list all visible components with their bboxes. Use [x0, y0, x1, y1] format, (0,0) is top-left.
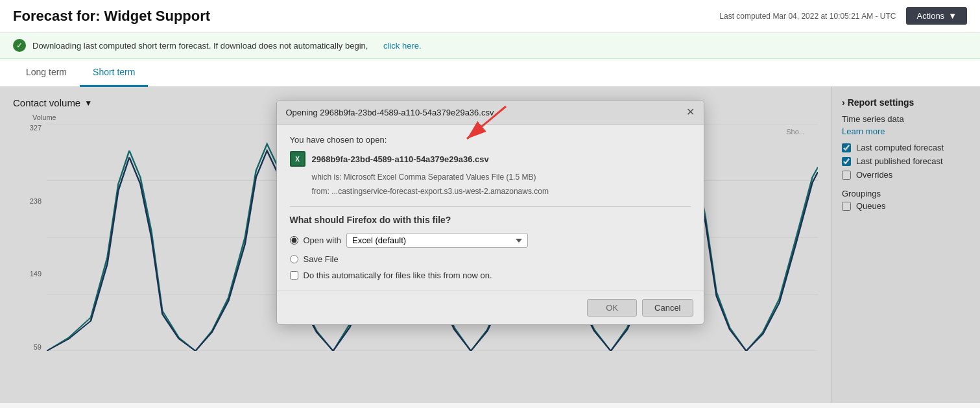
auto-checkbox[interactable]	[290, 271, 298, 280]
open-with-label: Open with	[304, 235, 342, 245]
modal-title: Opening 2968b9fa-23bd-4589-a110-54a379e2…	[286, 108, 494, 117]
tab-long-term[interactable]: Long term	[13, 59, 80, 87]
success-icon: ✓	[13, 39, 26, 52]
modal-divider	[290, 206, 691, 207]
chevron-down-icon: ▼	[948, 11, 957, 21]
last-computed-label: Last computed Mar 04, 2022 at 10:05:21 A…	[719, 12, 896, 21]
save-file-radio[interactable]	[290, 255, 298, 263]
modal-overlay: Opening 2968b9fa-23bd-4589-a110-54a379e2…	[0, 87, 980, 403]
page-header: Forecast for: Widget Support Last comput…	[0, 0, 980, 32]
tab-bar: Long term Short term	[0, 59, 980, 87]
file-open-dialog: Opening 2968b9fa-23bd-4589-a110-54a379e2…	[276, 100, 704, 325]
modal-header: Opening 2968b9fa-23bd-4589-a110-54a379e2…	[277, 101, 704, 125]
modal-close-button[interactable]: ✕	[686, 107, 695, 117]
actions-button[interactable]: Actions ▼	[906, 7, 967, 25]
page-title: Forecast for: Widget Support	[13, 8, 210, 25]
main-content: Contact volume ▼ Volume 59 149 238 327	[0, 87, 980, 403]
banner-message: Downloading last computed short term for…	[32, 41, 368, 51]
radio-save-file: Save File	[290, 254, 691, 264]
header-right: Last computed Mar 04, 2022 at 10:05:21 A…	[719, 7, 967, 25]
file-row: X 2968b9fa-23bd-4589-a110-54a379e29a36.c…	[290, 151, 691, 167]
save-file-label: Save File	[304, 254, 339, 264]
excel-file-icon: X	[290, 151, 305, 167]
cancel-button[interactable]: Cancel	[642, 299, 693, 317]
download-banner: ✓ Downloading last computed short term f…	[0, 32, 980, 59]
chose-text: You have chosen to open:	[290, 135, 691, 145]
radio-open-with: Open with Excel (default)	[290, 233, 691, 248]
open-with-radio[interactable]	[290, 236, 298, 245]
auto-checkbox-row: Do this automatically for files like thi…	[290, 270, 691, 280]
file-type: which is: Microsoft Excel Comma Separate…	[312, 171, 691, 198]
click-here-link[interactable]: click here.	[383, 41, 422, 51]
actions-label: Actions	[916, 11, 944, 21]
file-name: 2968b9fa-23bd-4589-a110-54a379e29a36.csv	[312, 154, 489, 164]
modal-question: What should Firefox do with this file?	[290, 215, 691, 225]
auto-label: Do this automatically for files like thi…	[304, 270, 492, 280]
modal-footer: OK Cancel	[277, 291, 704, 324]
open-with-select[interactable]: Excel (default)	[346, 233, 528, 248]
ok-button[interactable]: OK	[587, 299, 637, 317]
tab-short-term[interactable]: Short term	[80, 59, 148, 87]
modal-body: You have chosen to open: X 2968b9fa-23bd…	[277, 125, 704, 291]
